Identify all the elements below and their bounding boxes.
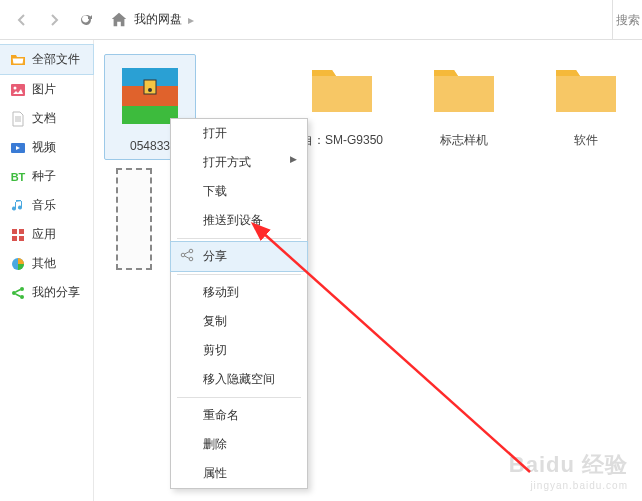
sidebar-item-documents[interactable]: 文档: [0, 104, 93, 133]
sidebar-item-apps[interactable]: 应用: [0, 220, 93, 249]
file-item-folder[interactable]: 标志样机: [418, 54, 510, 149]
file-item-folder[interactable]: 自：SM-G9350: [296, 54, 388, 149]
share-icon: [10, 285, 26, 301]
svg-point-16: [181, 253, 185, 257]
file-label: 标志样机: [418, 132, 510, 149]
watermark-brand: Baidu 经验: [509, 450, 628, 480]
sidebar-item-label: 视频: [32, 139, 56, 156]
refresh-button[interactable]: [72, 6, 100, 34]
svg-point-1: [14, 86, 17, 89]
folder-icon: [429, 54, 499, 124]
image-icon: [10, 82, 26, 98]
watermark: Baidu 经验 jingyan.baidu.com: [509, 450, 628, 491]
menu-item-rename[interactable]: 重命名: [171, 401, 307, 430]
menu-item-push-to-device[interactable]: 推送到设备: [171, 206, 307, 235]
selection-marquee: [116, 168, 152, 270]
breadcrumb-root[interactable]: 我的网盘: [134, 11, 182, 28]
file-label: 软件: [540, 132, 632, 149]
menu-item-copy[interactable]: 复制: [171, 307, 307, 336]
sidebar: 全部文件 图片 文档 视频 BT 种子 音乐 应用 其他: [0, 40, 94, 501]
sidebar-item-videos[interactable]: 视频: [0, 133, 93, 162]
sidebar-item-music[interactable]: 音乐: [0, 191, 93, 220]
sidebar-item-label: 应用: [32, 226, 56, 243]
breadcrumb[interactable]: 我的网盘 ▸: [104, 0, 634, 39]
folder-icon: [551, 54, 621, 124]
bt-icon: BT: [10, 169, 26, 185]
sidebar-item-bt[interactable]: BT 种子: [0, 162, 93, 191]
sidebar-item-label: 种子: [32, 168, 56, 185]
context-menu: 打开 打开方式 下载 推送到设备 分享 移动到 复制 剪切 移入隐藏空间 重命名…: [170, 118, 308, 489]
menu-item-move-to-hidden[interactable]: 移入隐藏空间: [171, 365, 307, 394]
home-icon: [110, 11, 128, 29]
menu-item-open-with[interactable]: 打开方式: [171, 148, 307, 177]
svg-point-9: [20, 287, 24, 291]
sidebar-item-label: 全部文件: [32, 51, 80, 68]
svg-point-18: [189, 257, 193, 261]
menu-separator: [177, 274, 301, 275]
breadcrumb-sep: ▸: [182, 13, 200, 27]
menu-separator: [177, 238, 301, 239]
nav-back-button[interactable]: [8, 6, 36, 34]
share-icon: [179, 247, 195, 263]
sidebar-item-label: 其他: [32, 255, 56, 272]
svg-point-17: [189, 249, 193, 253]
sidebar-item-label: 我的分享: [32, 284, 80, 301]
file-item-folder[interactable]: 软件: [540, 54, 632, 149]
music-icon: [10, 198, 26, 214]
sidebar-item-my-shares[interactable]: 我的分享: [0, 278, 93, 307]
svg-rect-6: [19, 236, 24, 241]
svg-rect-5: [12, 236, 17, 241]
video-icon: [10, 140, 26, 156]
menu-item-open[interactable]: 打开: [171, 119, 307, 148]
sidebar-item-label: 音乐: [32, 197, 56, 214]
sidebar-item-pictures[interactable]: 图片: [0, 75, 93, 104]
svg-rect-3: [12, 229, 17, 234]
nav-forward-button[interactable]: [40, 6, 68, 34]
folder-icon: [307, 54, 377, 124]
apps-icon: [10, 227, 26, 243]
document-icon: [10, 111, 26, 127]
menu-item-delete[interactable]: 删除: [171, 430, 307, 459]
menu-item-cut[interactable]: 剪切: [171, 336, 307, 365]
folder-open-icon: [10, 52, 26, 68]
menu-item-move-to[interactable]: 移动到: [171, 278, 307, 307]
sidebar-item-all-files[interactable]: 全部文件: [0, 44, 94, 75]
sidebar-item-label: 文档: [32, 110, 56, 127]
svg-rect-4: [19, 229, 24, 234]
svg-rect-0: [11, 84, 25, 96]
svg-point-10: [20, 295, 24, 299]
svg-point-15: [148, 88, 152, 92]
menu-item-share[interactable]: 分享: [170, 241, 308, 272]
pie-icon: [10, 256, 26, 272]
watermark-sub: jingyan.baidu.com: [509, 480, 628, 491]
menu-item-download[interactable]: 下载: [171, 177, 307, 206]
menu-item-properties[interactable]: 属性: [171, 459, 307, 488]
sidebar-item-label: 图片: [32, 81, 56, 98]
sidebar-item-other[interactable]: 其他: [0, 249, 93, 278]
file-label: 自：SM-G9350: [296, 132, 388, 149]
menu-separator: [177, 397, 301, 398]
search-input[interactable]: 搜索: [612, 0, 642, 40]
